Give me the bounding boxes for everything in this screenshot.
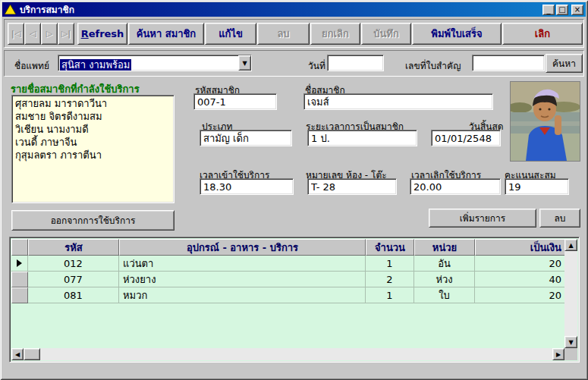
end-date-field[interactable] xyxy=(431,130,501,146)
grid-header-amount: เป็นเงิน xyxy=(475,239,566,256)
grid-header-row: รหัส อุปกรณ์ - อาหาร - บริการ จำนวน หน่ว… xyxy=(11,239,566,256)
toolbar: |◁ ◁ ▷ ▷| Refresh ค้นหา สมาชิก แก้ไข ลบ … xyxy=(4,19,584,48)
window-title: บริการสมาชิก xyxy=(20,2,74,17)
time-in-field[interactable] xyxy=(200,178,294,195)
row-selector[interactable] xyxy=(11,272,28,287)
cell-item: แว่นตา xyxy=(119,256,366,272)
row-selector[interactable] xyxy=(11,287,28,303)
grid-vertical-scrollbar[interactable]: ▲ ▼ xyxy=(564,239,577,348)
member-photo-image xyxy=(511,82,580,161)
table-row[interactable]: 077 ห่วงยาง 2 ห่วง 40 xyxy=(11,272,566,287)
minimize-button[interactable]: _ xyxy=(542,5,555,15)
cell-unit: ห่วง xyxy=(414,272,475,287)
save-button[interactable]: บันทึก xyxy=(361,23,411,45)
cell-code: 077 xyxy=(28,272,119,287)
current-record-icon xyxy=(17,259,22,267)
doctor-value: สุนิสา งามพร้อม xyxy=(58,55,238,71)
cell-code: 081 xyxy=(28,287,119,303)
grid-header-qty: จำนวน xyxy=(366,239,414,256)
scroll-right-icon[interactable]: ▶ xyxy=(552,348,564,360)
cell-amount: 20 xyxy=(475,256,566,272)
table-row[interactable]: 012 แว่นตา 1 อัน 20 xyxy=(11,256,566,272)
delete-item-button[interactable]: ลบ xyxy=(539,209,580,228)
maximize-button[interactable]: □ xyxy=(556,5,568,15)
cell-item: หมวก xyxy=(119,287,366,303)
cell-amount: 20 xyxy=(475,287,566,303)
delete-button[interactable]: ลบ xyxy=(257,23,310,45)
cell-unit: อัน xyxy=(414,256,475,272)
cell-amount: 40 xyxy=(475,272,566,287)
add-item-button[interactable]: เพิ่มรายการ xyxy=(429,209,536,228)
close-button[interactable]: × xyxy=(571,5,583,15)
member-code-field[interactable] xyxy=(193,93,277,110)
items-grid: รหัส อุปกรณ์ - อาหาร - บริการ จำนวน หน่ว… xyxy=(9,237,580,363)
list-item[interactable]: กุสุมลตรา ภาราตีนา xyxy=(15,149,171,162)
chevron-down-icon[interactable]: ▼ xyxy=(238,55,251,71)
membership-duration-field[interactable] xyxy=(307,130,417,146)
table-row[interactable]: 081 หมวก 1 ใบ 20 xyxy=(11,287,566,303)
titlebar: บริการสมาชิก _ □ × xyxy=(2,2,586,17)
date-input[interactable] xyxy=(327,55,384,71)
cell-unit: ใบ xyxy=(414,287,475,303)
list-item[interactable]: เวนดี้ ภาษาจีน xyxy=(15,136,171,149)
find-member-button[interactable]: ค้นหา สมาชิก xyxy=(128,23,204,45)
cancel-button[interactable]: ยกเลิก xyxy=(310,23,360,45)
nav-next-button[interactable]: ▷ xyxy=(41,23,58,45)
points-field[interactable] xyxy=(505,178,569,195)
scrollbar-corner xyxy=(564,348,577,360)
refresh-accel: R xyxy=(81,28,89,39)
scroll-down-icon[interactable]: ▼ xyxy=(564,336,577,348)
doc-no-input[interactable] xyxy=(472,55,545,71)
grid-header-unit: หน่วย xyxy=(414,239,475,256)
app-icon xyxy=(5,5,16,14)
cell-code: 012 xyxy=(28,256,119,272)
cell-item: ห่วงยาง xyxy=(119,272,366,287)
member-type-field[interactable] xyxy=(200,130,292,146)
doctor-combobox[interactable]: สุนิสา งามพร้อม ▼ xyxy=(58,55,252,71)
active-members-list[interactable]: ศุสายลม มาราดาวีนา สมชาย จิตรดีงามสม วิเ… xyxy=(11,95,175,203)
horizontal-scroll-thumb[interactable] xyxy=(24,348,40,360)
time-out-field[interactable] xyxy=(410,178,501,195)
nav-prev-button[interactable]: ◁ xyxy=(24,23,41,45)
exit-button[interactable]: เลิก xyxy=(502,23,583,45)
list-item[interactable]: วิเชียน นามงามดี xyxy=(15,123,171,136)
member-service-window: บริการสมาชิก _ □ × |◁ ◁ ▷ ▷| Refresh ค้น… xyxy=(0,0,588,380)
filter-bar: ชื่อแพทย์ สุนิสา งามพร้อม ▼ วันที่ เลขที… xyxy=(4,50,584,77)
date-label: วันที่ xyxy=(308,58,325,73)
search-button[interactable]: ค้นหา xyxy=(546,54,583,73)
doctor-label: ชื่อแพทย์ xyxy=(14,58,49,73)
grid-header-selector xyxy=(11,239,28,256)
cell-qty: 2 xyxy=(366,272,414,287)
nav-first-button[interactable]: |◁ xyxy=(8,23,24,45)
scroll-up-icon[interactable]: ▲ xyxy=(564,239,577,251)
cell-qty: 1 xyxy=(366,256,414,272)
list-item[interactable]: ศุสายลม มาราดาวีนา xyxy=(15,97,171,110)
doc-no-label: เลขที่ใบสำคัญ xyxy=(405,58,461,73)
nav-last-button[interactable]: ▷| xyxy=(58,23,74,45)
list-item[interactable]: สมชาย จิตรดีงามสม xyxy=(15,110,171,123)
print-receipt-button[interactable]: พิมพ์ใบเสร็จ xyxy=(412,23,502,45)
grid-header-item: อุปกรณ์ - อาหาร - บริการ xyxy=(119,239,366,256)
room-table-field[interactable] xyxy=(307,178,397,195)
scroll-left-icon[interactable]: ◀ xyxy=(11,348,24,360)
refresh-rest: efresh xyxy=(89,28,124,39)
edit-button[interactable]: แก้ไข xyxy=(205,23,256,45)
cell-qty: 1 xyxy=(366,287,414,303)
refresh-button[interactable]: Refresh xyxy=(77,23,127,45)
exit-service-button[interactable]: ออกจากการใช้บริการ xyxy=(11,210,175,231)
grid-header-code: รหัส xyxy=(28,239,119,256)
member-name-field[interactable] xyxy=(303,93,493,110)
grid-horizontal-scrollbar[interactable]: ◀ ▶ xyxy=(11,348,564,360)
member-photo xyxy=(510,81,580,162)
doctor-selected-text: สุนิสา งามพร้อม xyxy=(60,59,131,71)
row-selector-current[interactable] xyxy=(11,256,28,272)
